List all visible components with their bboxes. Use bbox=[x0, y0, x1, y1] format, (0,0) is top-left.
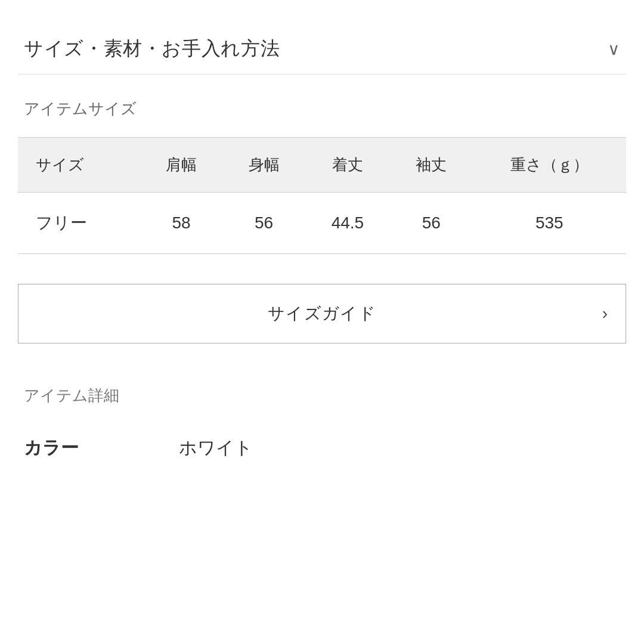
col-header-length: 着丈 bbox=[305, 138, 390, 193]
table-header-row: サイズ 肩幅 身幅 着丈 袖丈 重さ（ｇ） bbox=[18, 138, 626, 193]
cell-shoulder: 58 bbox=[140, 193, 223, 254]
cell-length: 44.5 bbox=[305, 193, 390, 254]
detail-key-color: カラー bbox=[24, 436, 143, 460]
chevron-down-icon: ∨ bbox=[608, 39, 620, 59]
cell-body-width: 56 bbox=[222, 193, 305, 254]
item-size-label: アイテムサイズ bbox=[18, 75, 626, 131]
col-header-shoulder: 肩幅 bbox=[140, 138, 223, 193]
section-header[interactable]: サイズ・素材・お手入れ方法 ∨ bbox=[18, 24, 626, 75]
detail-value-color: ホワイト bbox=[179, 436, 253, 460]
section-header-title: サイズ・素材・お手入れ方法 bbox=[24, 36, 280, 62]
cell-weight: 535 bbox=[473, 193, 626, 254]
col-header-size: サイズ bbox=[18, 138, 140, 193]
size-guide-label: サイズガイド bbox=[268, 302, 376, 325]
cell-size: フリー bbox=[18, 193, 140, 254]
col-header-body-width: 身幅 bbox=[222, 138, 305, 193]
size-table-wrapper: サイズ 肩幅 身幅 着丈 袖丈 重さ（ｇ） フリー 58 56 44.5 56 … bbox=[18, 137, 626, 254]
item-detail-section: アイテム詳細 カラー ホワイト bbox=[18, 373, 626, 466]
size-guide-button[interactable]: サイズガイド › bbox=[18, 284, 626, 343]
col-header-sleeve: 袖丈 bbox=[390, 138, 473, 193]
col-header-weight: 重さ（ｇ） bbox=[473, 138, 626, 193]
detail-row-color: カラー ホワイト bbox=[24, 430, 620, 466]
cell-sleeve: 56 bbox=[390, 193, 473, 254]
table-row: フリー 58 56 44.5 56 535 bbox=[18, 193, 626, 254]
item-detail-label: アイテム詳細 bbox=[24, 385, 620, 406]
chevron-right-icon: › bbox=[602, 304, 608, 323]
page-container: サイズ・素材・お手入れ方法 ∨ アイテムサイズ サイズ 肩幅 身幅 着丈 袖丈 … bbox=[0, 0, 644, 644]
size-table: サイズ 肩幅 身幅 着丈 袖丈 重さ（ｇ） フリー 58 56 44.5 56 … bbox=[18, 138, 626, 253]
